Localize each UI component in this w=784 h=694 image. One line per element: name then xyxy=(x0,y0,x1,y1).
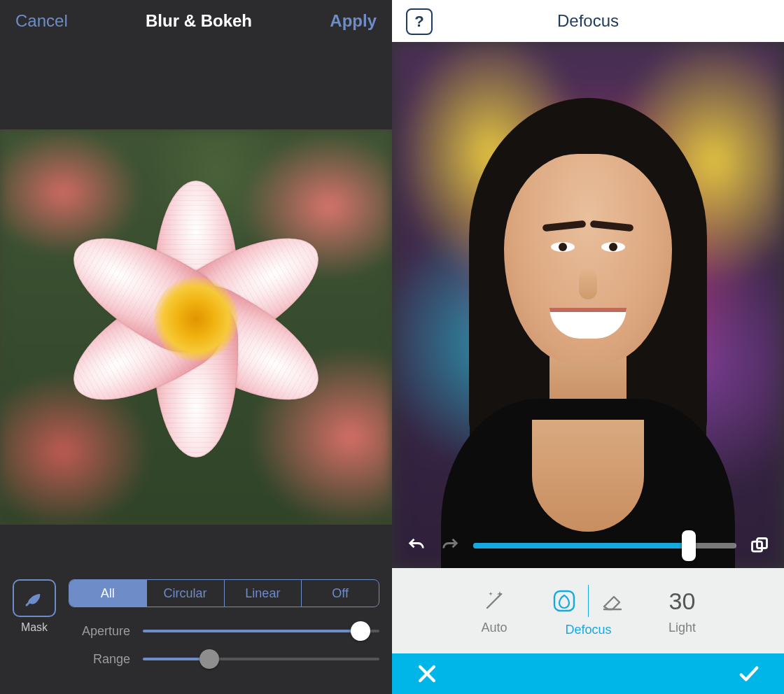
intensity-slider[interactable] xyxy=(473,543,736,548)
compare-icon xyxy=(750,536,769,555)
defocus-icon xyxy=(550,587,578,615)
page-title: Blur & Bokeh xyxy=(146,11,252,31)
tool-defocus-label: Defocus xyxy=(565,623,611,637)
compare-button[interactable] xyxy=(749,535,770,556)
photo-preview[interactable] xyxy=(392,42,784,568)
redo-button[interactable] xyxy=(440,535,461,556)
segment-circular[interactable]: Circular xyxy=(147,580,225,607)
redo-icon xyxy=(440,536,460,555)
photo-preview[interactable] xyxy=(0,129,392,525)
mask-label: Mask xyxy=(13,621,56,634)
tool-auto-label: Auto xyxy=(481,621,507,635)
close-icon xyxy=(415,662,439,686)
apply-button[interactable]: Apply xyxy=(330,11,377,31)
aperture-slider[interactable] xyxy=(143,630,379,632)
range-row: Range xyxy=(69,645,379,673)
left-controls: Mask All Circular Linear Off Aperture xyxy=(0,569,392,694)
range-label: Range xyxy=(69,652,130,667)
segment-all[interactable]: All xyxy=(69,580,147,607)
close-button[interactable] xyxy=(413,660,441,688)
left-canvas-area xyxy=(0,42,392,569)
page-title: Defocus xyxy=(557,11,619,31)
right-app: ? Defocus xyxy=(392,0,784,694)
confirm-button[interactable] xyxy=(735,660,763,688)
tool-light[interactable]: 30 Light xyxy=(668,587,696,635)
blur-mode-segmented: All Circular Linear Off xyxy=(69,579,379,607)
mask-button[interactable] xyxy=(13,579,56,617)
light-value: 30 xyxy=(669,587,696,615)
aperture-row: Aperture xyxy=(69,617,379,645)
tool-defocus[interactable]: Defocus xyxy=(550,585,626,637)
check-icon xyxy=(737,662,761,686)
range-slider[interactable] xyxy=(143,658,379,660)
undo-button[interactable] xyxy=(406,535,427,556)
left-header: Cancel Blur & Bokeh Apply xyxy=(0,0,392,42)
eraser-icon xyxy=(598,587,626,615)
overlay-bar xyxy=(392,523,784,568)
right-toolbar: Auto Defocus 30 Light xyxy=(392,568,784,653)
cancel-button[interactable]: Cancel xyxy=(15,11,68,31)
mask-icon xyxy=(23,587,46,609)
right-header: ? Defocus xyxy=(392,0,784,42)
portrait-subject xyxy=(430,70,746,568)
mask-block: Mask xyxy=(13,579,56,634)
tool-light-label: Light xyxy=(668,621,696,635)
help-button[interactable]: ? xyxy=(406,8,433,35)
tool-auto[interactable]: Auto xyxy=(480,587,508,635)
wand-icon xyxy=(480,587,508,615)
bottom-bar xyxy=(392,653,784,694)
left-app: Cancel Blur & Bokeh Apply Mask All xyxy=(0,0,392,694)
aperture-label: Aperture xyxy=(69,624,130,639)
segment-off[interactable]: Off xyxy=(302,580,379,607)
segment-linear[interactable]: Linear xyxy=(225,580,302,607)
tulip-flower xyxy=(49,172,343,466)
right-column: All Circular Linear Off Aperture Range xyxy=(69,579,379,673)
undo-icon xyxy=(407,536,426,555)
divider xyxy=(588,585,589,617)
